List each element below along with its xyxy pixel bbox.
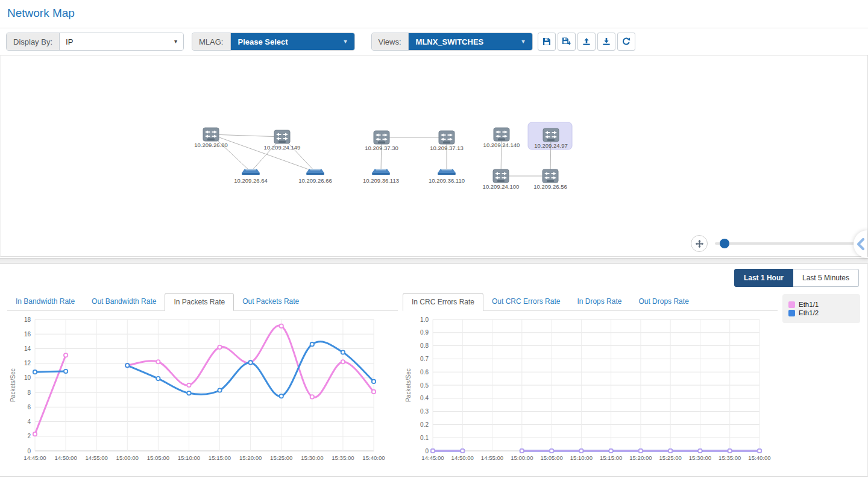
tab-in-crc-errors-rate[interactable]: In CRC Errors Rate — [403, 293, 483, 311]
display-by-value: IP — [66, 37, 73, 46]
map-node-10.209.26.66[interactable]: 10.209.26.66 — [298, 169, 332, 184]
svg-text:0.6: 0.6 — [420, 369, 429, 376]
svg-text:15:40:00: 15:40:00 — [748, 454, 770, 461]
legend-item-eth1-2[interactable]: Eth1/2 — [788, 309, 854, 316]
map-node-10.209.24.100[interactable]: 10.209.24.100 — [483, 169, 520, 190]
save-as-icon — [562, 37, 571, 46]
time-range-last-5-minutes[interactable]: Last 5 Minutes — [793, 269, 859, 287]
display-by-select[interactable]: IP ▾ — [60, 33, 183, 50]
time-range-toggle: Last 1 HourLast 5 Minutes — [7, 268, 860, 293]
display-by-label: Display By: — [7, 33, 60, 50]
views-group: Views: MLNX_SWITCHES ▾ — [371, 33, 533, 51]
svg-text:15:10:00: 15:10:00 — [178, 454, 200, 461]
svg-text:10.209.37.13: 10.209.37.13 — [430, 145, 463, 151]
map-node-10.209.37.30[interactable]: 10.209.37.30 — [365, 131, 398, 151]
map-node-10.209.26.64[interactable]: 10.209.26.64 — [234, 169, 267, 184]
refresh-view-button[interactable] — [617, 33, 635, 51]
views-value: MLNX_SWITCHES — [416, 37, 484, 46]
tab-in-bandwidth-rate[interactable]: In Bandwidth Rate — [7, 293, 83, 311]
svg-text:15:20:00: 15:20:00 — [239, 454, 262, 461]
map-node-10.209.26.56[interactable]: 10.209.26.56 — [533, 169, 567, 190]
tab-out-drops-rate[interactable]: Out Drops Rate — [630, 293, 697, 311]
map-node-10.209.26.80[interactable]: 10.209.26.80 — [194, 128, 227, 148]
download-icon — [602, 37, 611, 46]
svg-text:0.3: 0.3 — [420, 408, 429, 415]
svg-text:14:50:00: 14:50:00 — [54, 454, 77, 461]
svg-text:10.209.26.56: 10.209.26.56 — [533, 183, 567, 190]
svg-text:0: 0 — [27, 448, 31, 454]
packets-rate-chart: 02468101214161814:45:0014:50:0014:55:001… — [7, 313, 398, 472]
svg-text:16: 16 — [24, 331, 31, 338]
map-node-10.209.37.13[interactable]: 10.209.37.13 — [430, 131, 463, 151]
tab-out-packets-rate[interactable]: Out Packets Rate — [234, 293, 307, 311]
map-node-10.209.24.140[interactable]: 10.209.24.140 — [483, 128, 520, 148]
map-node-10.209.24.149[interactable]: 10.209.24.149 — [264, 130, 301, 151]
svg-text:6: 6 — [27, 404, 31, 410]
tab-in-packets-rate[interactable]: In Packets Rate — [165, 293, 234, 311]
mlag-select[interactable]: Please Select ▾ — [231, 33, 354, 50]
tab-in-drops-rate[interactable]: In Drops Rate — [568, 293, 630, 311]
tab-out-crc-errors-rate[interactable]: Out CRC Errors Rate — [483, 293, 568, 311]
upload-view-button[interactable] — [577, 33, 596, 51]
svg-text:18: 18 — [24, 316, 31, 323]
svg-text:15:00:00: 15:00:00 — [511, 454, 533, 461]
svg-text:15:40:00: 15:40:00 — [362, 454, 385, 461]
map-charts-splitter[interactable] — [0, 258, 868, 264]
network-map-panel: 10.209.26.8010.209.24.14910.209.26.6410.… — [0, 55, 868, 257]
svg-text:0.5: 0.5 — [420, 382, 429, 389]
charts-panel: Last 1 HourLast 5 Minutes In Bandwidth R… — [0, 264, 868, 477]
save-view-button[interactable] — [538, 33, 556, 51]
svg-text:15:30:00: 15:30:00 — [301, 454, 323, 461]
svg-text:15:15:00: 15:15:00 — [600, 454, 622, 461]
svg-text:15:35:00: 15:35:00 — [332, 454, 354, 461]
save-icon — [542, 37, 552, 46]
tab-out-bandwidth-rate[interactable]: Out Bandwidth Rate — [83, 293, 165, 311]
mlag-value: Please Select — [238, 37, 288, 46]
svg-text:0.1: 0.1 — [420, 435, 429, 441]
svg-text:15:25:00: 15:25:00 — [659, 454, 682, 461]
zoom-slider-knob[interactable] — [720, 239, 729, 248]
svg-text:10.209.26.64: 10.209.26.64 — [234, 177, 267, 184]
svg-text:0.2: 0.2 — [420, 421, 429, 428]
time-range-last-1-hour[interactable]: Last 1 Hour — [734, 269, 793, 287]
toolbar: Display By: IP ▾ MLAG: Please Select ▾ V… — [0, 28, 868, 55]
svg-text:10.209.36.110: 10.209.36.110 — [429, 177, 465, 184]
mlag-label: MLAG: — [192, 33, 230, 50]
svg-text:10.209.24.149: 10.209.24.149 — [264, 144, 301, 151]
svg-text:10.209.24.97: 10.209.24.97 — [534, 142, 567, 149]
svg-text:10.209.26.66: 10.209.26.66 — [298, 177, 332, 184]
pan-mode-button[interactable] — [691, 235, 708, 252]
svg-text:14:55:00: 14:55:00 — [86, 454, 108, 461]
svg-text:14:45:00: 14:45:00 — [24, 454, 46, 461]
download-view-button[interactable] — [597, 33, 615, 51]
svg-text:15:05:00: 15:05:00 — [147, 454, 169, 461]
views-select[interactable]: MLNX_SWITCHES ▾ — [409, 33, 532, 50]
refresh-icon — [621, 37, 631, 46]
svg-text:1.0: 1.0 — [420, 316, 429, 323]
svg-text:10.209.24.140: 10.209.24.140 — [483, 142, 520, 148]
svg-text:14: 14 — [24, 345, 31, 352]
map-node-10.209.36.110[interactable]: 10.209.36.110 — [429, 169, 465, 184]
svg-text:12: 12 — [24, 360, 31, 366]
chevron-down-icon: ▾ — [174, 39, 177, 45]
save-view-as-button[interactable] — [558, 33, 576, 51]
move-icon — [695, 239, 704, 248]
legend-item-eth1-1[interactable]: Eth1/1 — [788, 301, 854, 308]
zoom-slider-track[interactable] — [715, 242, 858, 245]
svg-text:14:55:00: 14:55:00 — [481, 454, 503, 461]
svg-text:14:45:00: 14:45:00 — [421, 454, 444, 461]
svg-text:15:15:00: 15:15:00 — [209, 454, 231, 461]
svg-text:Packets/Sec: Packets/Sec — [405, 368, 412, 402]
right-chart-tabs: In CRC Errors RateOut CRC Errors RateIn … — [403, 293, 778, 311]
svg-text:10.209.26.80: 10.209.26.80 — [194, 142, 227, 148]
left-chart-tabs: In Bandwidth RateOut Bandwidth RateIn Pa… — [7, 293, 398, 311]
chevron-left-icon — [855, 237, 866, 251]
svg-text:0.7: 0.7 — [420, 356, 429, 362]
map-node-10.209.36.113[interactable]: 10.209.36.113 — [363, 169, 399, 184]
network-map-canvas: 10.209.26.8010.209.24.14910.209.26.6410.… — [1, 55, 867, 256]
legend-swatch — [788, 310, 795, 316]
svg-text:15:35:00: 15:35:00 — [719, 454, 741, 461]
svg-text:14:50:00: 14:50:00 — [451, 454, 474, 461]
svg-text:10.209.37.30: 10.209.37.30 — [365, 145, 398, 151]
svg-text:15:05:00: 15:05:00 — [540, 454, 562, 461]
